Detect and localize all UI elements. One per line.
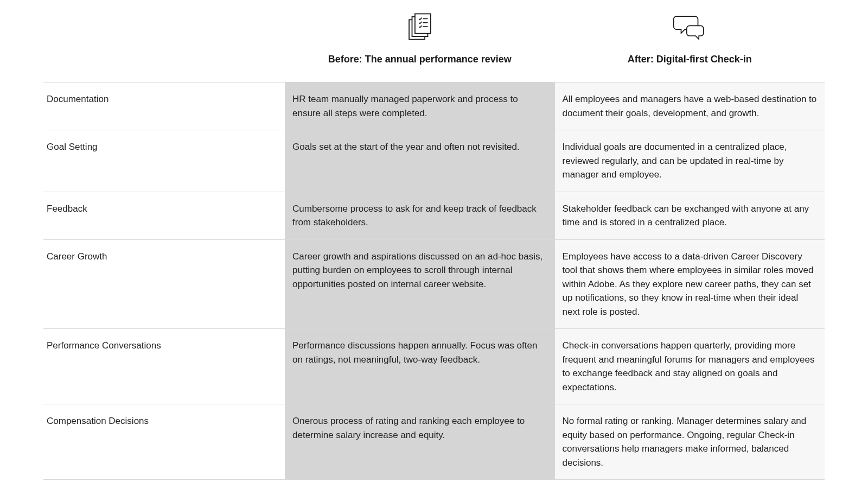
before-cell: Goals set at the start of the year and o…: [285, 130, 555, 192]
after-cell: All employees and managers have a web-ba…: [555, 83, 825, 130]
table-row: Compensation Decisions Onerous process o…: [43, 404, 825, 480]
before-header-title: Before: The annual performance review: [285, 52, 555, 67]
after-cell: No formal rating or ranking. Manager det…: [555, 404, 825, 480]
table-row: Career Growth Career growth and aspirati…: [43, 239, 825, 329]
row-label: Documentation: [43, 83, 285, 130]
before-cell: Onerous process of rating and ranking ea…: [285, 404, 555, 480]
after-cell: Employees have access to a data-driven C…: [555, 239, 825, 329]
documents-icon: [285, 11, 555, 42]
after-cell: Stakeholder feedback can be exchanged wi…: [555, 192, 825, 239]
comparison-table-body: Documentation HR team manually managed p…: [43, 83, 825, 480]
before-cell: Performance discussions happen annually.…: [285, 329, 555, 404]
table-row: Goal Setting Goals set at the start of t…: [43, 130, 825, 192]
comparison-table: Documentation HR team manually managed p…: [43, 82, 825, 480]
before-cell: Cumbersome process to ask for and keep t…: [285, 192, 555, 239]
before-header: Before: The annual performance review: [285, 11, 555, 67]
after-header: After: Digital-first Check-in: [555, 11, 825, 67]
after-header-title: After: Digital-first Check-in: [555, 52, 825, 67]
row-label: Career Growth: [43, 239, 285, 329]
svg-rect-2: [415, 14, 431, 33]
after-cell: Individual goals are documented in a cen…: [555, 130, 825, 192]
table-header-row: Before: The annual performance review Af…: [43, 0, 825, 82]
row-label: Goal Setting: [43, 130, 285, 192]
row-label: Feedback: [43, 192, 285, 239]
before-cell: Career growth and aspirations discussed …: [285, 239, 555, 329]
table-row: Performance Conversations Performance di…: [43, 329, 825, 404]
after-cell: Check-in conversations happen quarterly,…: [555, 329, 825, 404]
chat-bubbles-icon: [555, 11, 825, 42]
row-label: Compensation Decisions: [43, 404, 285, 480]
before-cell: HR team manually managed paperwork and p…: [285, 83, 555, 130]
table-row: Feedback Cumbersome process to ask for a…: [43, 192, 825, 239]
comparison-table-container: Before: The annual performance review Af…: [0, 0, 868, 480]
table-row: Documentation HR team manually managed p…: [43, 83, 825, 130]
row-label: Performance Conversations: [43, 329, 285, 404]
